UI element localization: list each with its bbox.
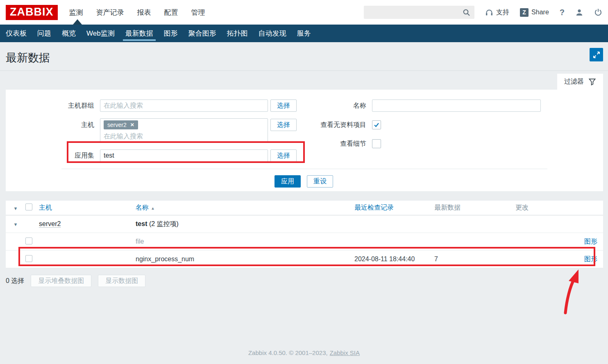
nav-graphs[interactable]: 图形: [159, 25, 183, 42]
help-icon[interactable]: ?: [560, 8, 565, 17]
search-input[interactable]: [368, 9, 463, 16]
apply-button[interactable]: 应用: [275, 175, 301, 188]
checkmark-icon: [373, 122, 380, 128]
item-name: nginx_process_num: [136, 255, 194, 262]
name-label: 名称: [309, 99, 366, 112]
top-menu-inventory[interactable]: 资产记录: [96, 8, 124, 17]
nav-latest-data[interactable]: 最新数据: [120, 25, 159, 42]
global-search[interactable]: [364, 6, 474, 19]
user-profile-icon[interactable]: [575, 9, 583, 16]
filter-tab-row: 过滤器: [0, 71, 608, 90]
headset-icon: [485, 9, 493, 16]
application-input[interactable]: [100, 149, 268, 162]
main-nav: 仪表板 问题 概览 Web监测 最新数据 图形 聚合图形 拓扑图 自动发现 服务: [0, 25, 608, 42]
host-group-select-button[interactable]: 选择: [270, 99, 297, 112]
selected-count: 0 选择: [6, 277, 24, 285]
header-last-check[interactable]: 最近检查记录: [354, 204, 394, 211]
sort-asc-icon: ▲: [151, 206, 155, 210]
item-name: file: [136, 238, 144, 245]
table-header-row: ▼ 主机 名称▲ 最近检查记录 最新数据 更改: [6, 201, 603, 215]
host-group-label: 主机群组: [6, 99, 94, 112]
reset-button[interactable]: 重设: [307, 175, 333, 188]
fullscreen-icon: [593, 51, 600, 59]
share-link[interactable]: Z Share: [520, 8, 549, 17]
graph-link[interactable]: 图形: [584, 255, 597, 262]
active-menu-caret: [73, 19, 82, 25]
page-title: 最新数据: [6, 50, 602, 65]
actions-bar: 0 选择 显示堆叠数据图 显示数据图: [6, 275, 608, 287]
item-checkbox[interactable]: [25, 255, 32, 262]
item-checkbox[interactable]: [25, 237, 32, 244]
search-icon[interactable]: [463, 9, 470, 16]
host-link[interactable]: server2: [39, 220, 61, 228]
host-label: 主机: [6, 119, 94, 131]
top-bar-right: 支持 Z Share ?: [364, 6, 602, 19]
filter-divider: [61, 169, 547, 169]
support-label: 支持: [496, 8, 509, 17]
nav-problems[interactable]: 问题: [32, 25, 57, 42]
show-stacked-graph-button[interactable]: 显示堆叠数据图: [31, 275, 91, 287]
show-graph-button[interactable]: 显示数据图: [98, 275, 145, 287]
application-label: 应用集: [6, 149, 94, 162]
host-group-input[interactable]: [100, 99, 268, 112]
nav-web-monitoring[interactable]: Web监测: [81, 25, 120, 42]
top-menu-monitoring[interactable]: 监测: [69, 8, 83, 17]
top-menu: 监测 资产记录 报表 配置 管理: [69, 8, 205, 17]
footer-link[interactable]: Zabbix SIA: [330, 349, 360, 356]
filter-tab-label: 过滤器: [564, 77, 584, 86]
zabbix-logo[interactable]: ZABBIX: [6, 5, 58, 20]
header-change: 更改: [515, 204, 529, 211]
share-label: Share: [531, 9, 549, 16]
latest-data-table: ▼ 主机 名称▲ 最近检查记录 最新数据 更改 ▼ server2 test (…: [6, 201, 603, 268]
collapse-group-icon[interactable]: ▼: [14, 222, 18, 227]
show-without-data-label: 查看无资料项目: [268, 119, 366, 131]
nav-discovery[interactable]: 自动发现: [253, 25, 292, 42]
show-without-data-checkbox[interactable]: [372, 120, 381, 129]
application-name: test: [136, 220, 147, 227]
nav-overview[interactable]: 概览: [57, 25, 81, 42]
host-group-row: ▼ server2 test (2 监控项): [6, 215, 603, 233]
chip-remove-icon[interactable]: ✕: [130, 122, 134, 127]
nav-maps[interactable]: 拓扑图: [222, 25, 253, 42]
item-last-value: 7: [434, 255, 438, 262]
nav-screens[interactable]: 聚合图形: [183, 25, 222, 42]
application-select-button[interactable]: 选择: [270, 149, 297, 162]
header-last-value: 最新数据: [434, 204, 461, 211]
filter-panel: 主机群组 选择 名称 主机 server2 ✕ 在此输入搜索 选择 查看无资料项…: [6, 90, 603, 191]
footer-text: Zabbix 4.0.50. © 2001–2023,: [248, 349, 328, 356]
graph-link[interactable]: 图形: [584, 238, 597, 245]
application-item-count: (2 监控项): [147, 220, 178, 227]
title-row: 最新数据: [0, 42, 608, 71]
top-menu-administration[interactable]: 管理: [191, 8, 205, 17]
header-name[interactable]: 名称: [136, 204, 149, 211]
item-row-nginx-process-num: nginx_process_num 2024-08-11 18:44:40 7 …: [6, 251, 603, 268]
zabbix-share-icon: Z: [520, 8, 529, 17]
host-multiselect-placeholder: 在此输入搜索: [104, 132, 264, 141]
logout-icon[interactable]: [594, 8, 602, 16]
host-multiselect[interactable]: server2 ✕ 在此输入搜索: [100, 118, 268, 142]
header-host[interactable]: 主机: [39, 204, 52, 211]
nav-dashboard[interactable]: 仪表板: [6, 25, 32, 42]
filter-tab[interactable]: 过滤器: [557, 74, 603, 90]
support-link[interactable]: 支持: [485, 8, 509, 17]
page-footer: Zabbix 4.0.50. © 2001–2023,Zabbix SIA: [0, 349, 608, 356]
top-bar: ZABBIX 监测 资产记录 报表 配置 管理 支持: [0, 0, 608, 25]
name-input[interactable]: [372, 99, 541, 112]
nav-services[interactable]: 服务: [292, 25, 316, 42]
item-last-check: 2024-08-11 18:44:40: [354, 255, 415, 262]
show-details-label: 查看细节: [268, 138, 366, 150]
top-menu-reports[interactable]: 报表: [137, 8, 151, 17]
host-chip-label: server2: [107, 122, 127, 128]
select-all-checkbox[interactable]: [25, 203, 32, 210]
top-menu-configuration[interactable]: 配置: [164, 8, 178, 17]
annotation-arrow: [548, 267, 589, 316]
show-details-checkbox[interactable]: [372, 139, 381, 148]
host-chip[interactable]: server2 ✕: [104, 120, 138, 129]
fullscreen-button[interactable]: [590, 48, 603, 61]
spacer: [0, 191, 608, 201]
filter-funnel-icon: [588, 78, 596, 86]
item-row-file: file 图形: [6, 233, 603, 251]
collapse-all-icon[interactable]: ▼: [14, 206, 18, 211]
